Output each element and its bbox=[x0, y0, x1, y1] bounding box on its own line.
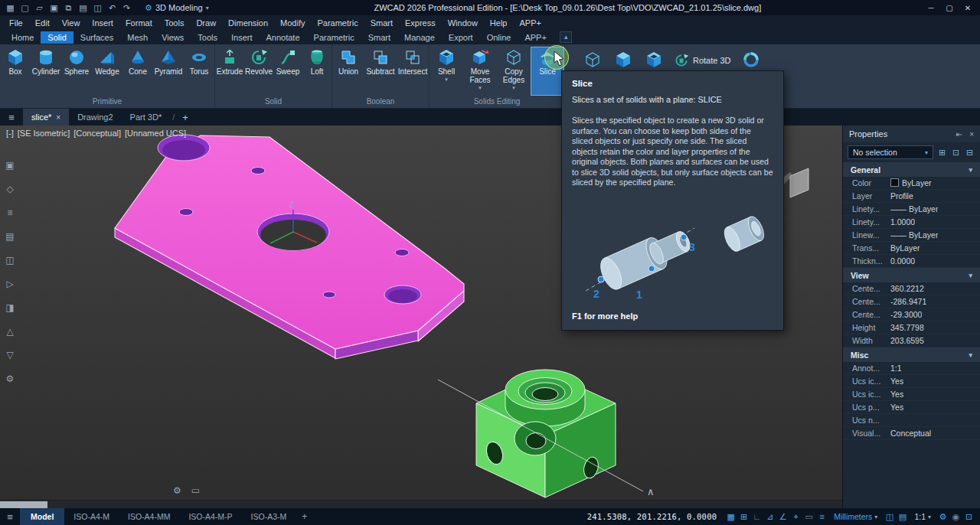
polar-icon[interactable]: ⊿ bbox=[763, 512, 776, 522]
save-all-icon[interactable]: ⧉ bbox=[61, 3, 76, 13]
move-faces-button[interactable]: Move Faces▾ bbox=[463, 47, 497, 96]
layout-tab[interactable]: ISO-A4-M bbox=[64, 508, 119, 525]
grid-icon[interactable]: ▦ bbox=[724, 512, 737, 522]
union-button[interactable]: Union bbox=[332, 47, 364, 96]
chevron-down-icon[interactable]: ▾ bbox=[445, 77, 448, 82]
model-tab[interactable]: Model bbox=[20, 508, 64, 525]
horizontal-scrollbar[interactable] bbox=[0, 500, 842, 508]
section-misc[interactable]: Misc ▾ bbox=[843, 347, 980, 362]
property-row[interactable]: Cente... -286.9471 bbox=[843, 295, 980, 308]
property-row[interactable]: Linew... —— ByLayer bbox=[843, 229, 980, 242]
chevron-down-icon[interactable]: ▾ bbox=[969, 272, 972, 279]
chevron-down-icon[interactable]: ▾ bbox=[969, 166, 972, 174]
ribbon-tab[interactable]: Online bbox=[480, 31, 518, 44]
section-general[interactable]: General ▾ bbox=[843, 162, 980, 177]
viewport-controls-menu[interactable]: [-] bbox=[6, 129, 14, 138]
property-row[interactable]: Cente... -29.3000 bbox=[843, 308, 980, 321]
menu-item[interactable]: View bbox=[56, 18, 87, 28]
ribbon-collapse-icon[interactable]: ▴ bbox=[560, 31, 573, 43]
layout-tab[interactable]: ISO-A4-M-P bbox=[179, 508, 241, 525]
subtract-button[interactable]: Subtract bbox=[364, 47, 397, 96]
pyramid-button[interactable]: Pyramid bbox=[153, 47, 184, 96]
ucs-tool-icon[interactable]: ◇ bbox=[3, 183, 17, 196]
ucs-name-label[interactable]: [Unnamed UCS] bbox=[125, 129, 186, 138]
torus-button[interactable]: Torus bbox=[184, 47, 214, 96]
property-row[interactable]: Color ByLayer bbox=[843, 177, 980, 190]
status-menu-icon[interactable]: ≡ bbox=[0, 511, 20, 523]
app-grid-icon[interactable]: ▦ bbox=[3, 3, 18, 13]
select-objects-icon[interactable]: ⊡ bbox=[950, 146, 962, 158]
close-icon[interactable]: × bbox=[969, 130, 974, 139]
add-layout-button[interactable]: + bbox=[296, 511, 313, 522]
chevron-down-icon[interactable]: ▾ bbox=[512, 85, 515, 90]
menu-item[interactable]: Dimension bbox=[222, 18, 274, 28]
ribbon-tab[interactable]: Manage bbox=[397, 31, 442, 44]
annotation-icon[interactable]: ▤ bbox=[896, 512, 909, 522]
settings-tool-icon[interactable]: ⚙ bbox=[3, 373, 17, 386]
property-row[interactable]: Height 345.7798 bbox=[843, 321, 980, 334]
property-row[interactable]: Ucs ic... Yes bbox=[843, 375, 980, 388]
print-icon[interactable]: ▤ bbox=[76, 3, 90, 13]
open-file-icon[interactable]: ▱ bbox=[32, 3, 47, 13]
solid-tool-button[interactable] bbox=[612, 49, 634, 70]
doc-tab-drawing2[interactable]: Drawing2 bbox=[69, 109, 121, 126]
ribbon-tab[interactable]: Tools bbox=[191, 31, 224, 44]
frame-icon[interactable]: ▭ bbox=[191, 485, 200, 496]
cone-button[interactable]: Cone bbox=[122, 47, 153, 96]
user-icon[interactable]: ◉ bbox=[949, 512, 962, 522]
box-button[interactable]: Box bbox=[0, 47, 31, 96]
up-tool-icon[interactable]: △ bbox=[3, 325, 17, 338]
visual-style-menu[interactable]: [Conceptual] bbox=[74, 129, 121, 138]
menu-item[interactable]: File bbox=[3, 18, 29, 28]
edges-tool-button[interactable] bbox=[582, 49, 603, 70]
property-row[interactable]: Annot... 1:1 bbox=[843, 362, 980, 375]
menu-item[interactable]: Parametric bbox=[311, 18, 364, 28]
scrollbar-thumb[interactable] bbox=[0, 501, 47, 508]
doc-tab-slice[interactable]: slice*× bbox=[23, 109, 69, 126]
section-view[interactable]: View ▾ bbox=[843, 268, 980, 282]
section-tool-icon[interactable]: ◨ bbox=[3, 302, 17, 315]
workspace-selector[interactable]: ⚙ 3D Modeling ▾ bbox=[140, 3, 214, 13]
osnap-icon[interactable]: ∠ bbox=[776, 512, 789, 522]
snap-icon[interactable]: ⊞ bbox=[737, 512, 750, 522]
annotation-scale-dropdown[interactable]: 1:1 ▾ bbox=[909, 512, 936, 521]
rotate-3d-button[interactable]: Rotate 3D bbox=[674, 53, 731, 68]
ribbon-tab[interactable]: Home bbox=[5, 31, 41, 44]
clean-screen-icon[interactable]: ⊡ bbox=[962, 512, 975, 522]
ortho-icon[interactable]: ∟ bbox=[750, 512, 763, 522]
shell-button[interactable]: Shell▾ bbox=[430, 47, 463, 96]
ribbon-tab[interactable]: Export bbox=[442, 31, 480, 44]
lineweight-icon[interactable]: ≡ bbox=[815, 512, 828, 522]
save-icon[interactable]: ▣ bbox=[47, 3, 61, 13]
ribbon-tab[interactable]: APP+ bbox=[518, 31, 553, 44]
dyn-input-icon[interactable]: ▭ bbox=[802, 512, 815, 522]
ribbon-tab[interactable]: Views bbox=[155, 31, 191, 44]
pin-icon[interactable]: ⇤ bbox=[956, 130, 962, 139]
menu-item[interactable]: Smart bbox=[364, 18, 399, 28]
intersect-button[interactable]: Intersect bbox=[397, 47, 429, 96]
toggle-pickadd-icon[interactable]: ⊟ bbox=[964, 146, 975, 158]
property-row[interactable]: Trans... ByLayer bbox=[843, 242, 980, 255]
maximize-icon[interactable]: ▢ bbox=[940, 4, 959, 12]
ribbon-tab[interactable]: Mesh bbox=[120, 31, 155, 44]
menu-item[interactable]: APP+ bbox=[513, 18, 547, 28]
new-tab-button[interactable]: + bbox=[177, 112, 194, 123]
property-row[interactable]: Ucs ic... Yes bbox=[843, 388, 980, 401]
tab-list-icon[interactable]: ≡ bbox=[0, 112, 23, 123]
menu-item[interactable]: Express bbox=[399, 18, 442, 28]
list-tool-icon[interactable]: ≡ bbox=[3, 207, 17, 220]
property-row[interactable]: Linety... —— ByLayer bbox=[843, 203, 980, 216]
new-file-icon[interactable]: ▢ bbox=[18, 3, 32, 13]
wedge-button[interactable]: Wedge bbox=[92, 47, 122, 96]
view-menu[interactable]: [SE Isometric] bbox=[18, 129, 70, 138]
property-row[interactable]: Layer Profile bbox=[843, 190, 980, 203]
ribbon-tab[interactable]: Solid bbox=[41, 31, 73, 44]
ribbon-tab[interactable]: Annotate bbox=[260, 31, 307, 44]
menu-item[interactable]: Help bbox=[484, 18, 514, 28]
down-tool-icon[interactable]: ▽ bbox=[3, 349, 17, 362]
ribbon-tab[interactable]: Surfaces bbox=[74, 31, 120, 44]
layout-tab[interactable]: ISO-A3-M bbox=[242, 508, 296, 525]
menu-item[interactable]: Modify bbox=[274, 18, 311, 28]
ribbon-tab[interactable]: Parametric bbox=[307, 31, 361, 44]
pink-plate-solid[interactable] bbox=[115, 135, 464, 359]
